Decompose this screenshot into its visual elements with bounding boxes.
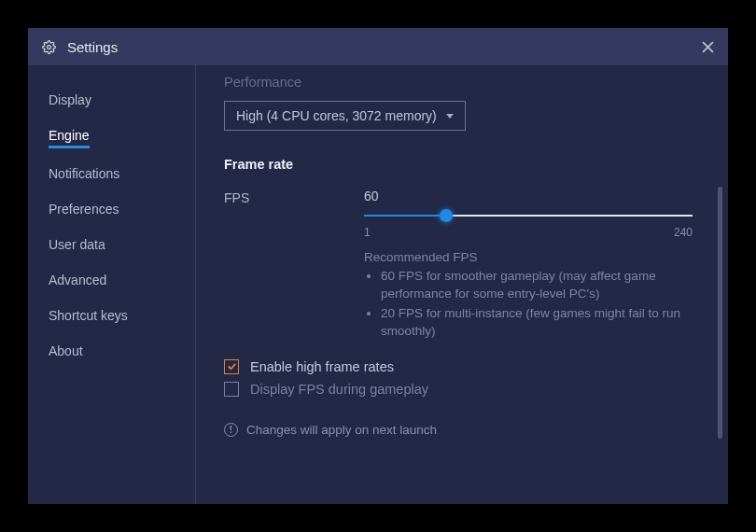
info-icon: ! xyxy=(224,423,238,437)
frame-rate-title: Frame rate xyxy=(224,157,709,172)
slider-max: 240 xyxy=(674,226,693,239)
sidebar-item-shortcut-keys[interactable]: Shortcut keys xyxy=(49,298,128,333)
chevron-down-icon xyxy=(446,114,454,119)
checkbox-unchecked-icon xyxy=(224,382,239,397)
checkbox-checked-icon xyxy=(224,359,239,374)
notice-row: ! Changes will apply on next launch xyxy=(224,423,709,437)
display-fps-label: Display FPS during gameplay xyxy=(250,382,428,397)
performance-label: Performance xyxy=(224,75,709,90)
content-panel: Performance High (4 CPU cores, 3072 memo… xyxy=(196,65,728,504)
gear-icon xyxy=(41,39,56,54)
slider-fill xyxy=(364,215,446,217)
recommendation-list: 60 FPS for smoother gameplay (may affect… xyxy=(364,268,693,341)
sidebar-item-preferences[interactable]: Preferences xyxy=(49,191,119,227)
enable-high-frame-checkbox[interactable]: Enable high frame rates xyxy=(224,359,709,374)
fps-value: 60 xyxy=(364,189,693,203)
slider-thumb[interactable] xyxy=(440,209,453,222)
performance-dropdown[interactable]: High (4 CPU cores, 3072 memory) xyxy=(224,101,466,131)
performance-selected: High (4 CPU cores, 3072 memory) xyxy=(236,108,437,123)
sidebar-item-user-data[interactable]: User data xyxy=(49,227,105,262)
recommendation-item: 20 FPS for multi-instance (few games mig… xyxy=(381,305,693,341)
display-fps-checkbox[interactable]: Display FPS during gameplay xyxy=(224,382,709,397)
titlebar: Settings xyxy=(28,28,728,65)
window-body: Display Engine Notifications Preferences… xyxy=(28,65,728,504)
close-button[interactable] xyxy=(700,39,715,54)
sidebar-item-notifications[interactable]: Notifications xyxy=(49,156,119,191)
notice-text: Changes will apply on next launch xyxy=(246,423,437,437)
svg-point-0 xyxy=(47,45,50,49)
sidebar-item-about[interactable]: About xyxy=(49,333,83,369)
sidebar-item-display[interactable]: Display xyxy=(49,82,91,118)
slider-min: 1 xyxy=(364,226,371,239)
sidebar: Display Engine Notifications Preferences… xyxy=(28,65,196,504)
sidebar-item-engine[interactable]: Engine xyxy=(49,118,90,148)
fps-label: FPS xyxy=(224,189,364,205)
enable-high-frame-label: Enable high frame rates xyxy=(250,359,394,374)
settings-window: Settings Display Engine Notifications Pr… xyxy=(28,28,728,504)
recommendation-item: 60 FPS for smoother gameplay (may affect… xyxy=(381,268,693,303)
sidebar-item-advanced[interactable]: Advanced xyxy=(49,262,106,298)
window-title: Settings xyxy=(67,39,700,55)
fps-slider[interactable] xyxy=(364,209,693,222)
recommended-label: Recommended FPS xyxy=(364,250,693,264)
scrollbar[interactable] xyxy=(718,187,722,439)
